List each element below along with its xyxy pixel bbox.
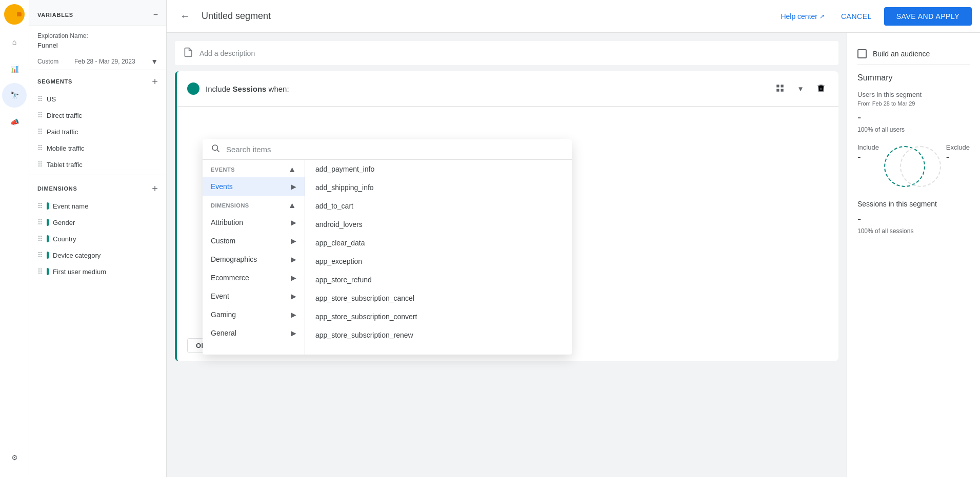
condition-grid-btn[interactable] <box>771 79 789 98</box>
include-label: Include <box>857 143 879 151</box>
modal-content-area: Add a description Include Sessions when:… <box>167 33 847 477</box>
sessions-title: Sessions in this segment <box>857 200 970 208</box>
settings-nav-btn[interactable]: ⚙ <box>2 445 27 470</box>
segment-item-direct-traffic[interactable]: ⠿ Direct traffic <box>29 107 166 123</box>
dropdown-item-attribution[interactable]: Attribution ▶ <box>203 213 305 232</box>
right-item-app-store-subscription-cancel[interactable]: app_store_subscription_cancel <box>305 289 572 307</box>
dimension-label: First user medium <box>53 268 106 276</box>
add-segment-btn[interactable]: + <box>152 76 158 87</box>
sessions-value: - <box>857 212 970 225</box>
drag-icon: ⠿ <box>37 251 43 259</box>
dimension-item-first-user-medium[interactable]: ⠿ First user medium <box>29 263 166 280</box>
drag-icon: ⠿ <box>37 235 43 243</box>
add-dimension-btn[interactable]: + <box>152 183 158 194</box>
drag-icon: ⠿ <box>37 267 43 276</box>
summary-panel: Build an audience Summary Users in this … <box>847 33 980 477</box>
users-value: - <box>857 111 970 124</box>
dropdown-item-ecommerce[interactable]: Ecommerce ▶ <box>203 268 305 287</box>
condition-header: Include Sessions when: ▼ <box>177 71 838 107</box>
right-item-android-lovers[interactable]: android_lovers <box>305 215 572 234</box>
dropdown-item-events[interactable]: Events ▶ <box>203 177 305 196</box>
segment-item-mobile-traffic[interactable]: ⠿ Mobile traffic <box>29 140 166 156</box>
condition-indicator <box>187 82 199 95</box>
minimize-icon[interactable]: − <box>153 10 158 19</box>
home-nav-btn[interactable]: ⌂ <box>2 30 27 54</box>
dimension-label: Device category <box>53 252 101 259</box>
segment-label: Tablet traffic <box>47 161 83 169</box>
events-group-header[interactable]: Events ▲ <box>203 160 305 177</box>
segment-item-us[interactable]: ⠿ US <box>29 91 166 107</box>
summary-viz: Include - Exclude - <box>857 143 970 190</box>
home-icon: ⌂ <box>12 38 16 46</box>
right-item-add-shipping-info[interactable]: add_shipping_info <box>305 178 572 197</box>
dimension-item-gender[interactable]: ⠿ Gender <box>29 214 166 231</box>
right-item-add-payment-info[interactable]: add_payment_info <box>305 160 572 178</box>
svg-rect-2 <box>776 89 779 91</box>
gaming-label: Gaming <box>211 310 236 319</box>
arrow-right-icon: ▶ <box>291 218 296 226</box>
reports-nav-btn[interactable]: 📊 <box>2 56 27 81</box>
demographics-label: Demographics <box>211 255 257 263</box>
segment-item-paid-traffic[interactable]: ⠿ Paid traffic <box>29 123 166 140</box>
description-icon <box>183 47 193 59</box>
summary-title: Summary <box>857 73 970 82</box>
right-item-app-store-refund[interactable]: app_store_refund <box>305 271 572 289</box>
right-item-app-clear-data[interactable]: app_clear_data <box>305 234 572 252</box>
svg-line-5 <box>217 150 219 152</box>
svg-point-4 <box>212 145 218 151</box>
segment-label: US <box>47 95 56 103</box>
search-dropdown: Events ▲ Events ▶ Dimensions ▲ <box>203 139 572 355</box>
segments-title: SEGMENTS <box>37 78 72 85</box>
right-item-app-store-subscription-convert[interactable]: app_store_subscription_convert <box>305 307 572 326</box>
app-logo[interactable] <box>4 4 25 25</box>
condition-delete-btn[interactable] <box>812 79 830 98</box>
dimensions-chevron-up-icon: ▲ <box>288 201 296 210</box>
build-audience-row[interactable]: Build an audience <box>857 43 970 65</box>
right-item-app-exception[interactable]: app_exception <box>305 252 572 271</box>
svg-rect-0 <box>776 85 779 87</box>
dimensions-group-header[interactable]: Dimensions ▲ <box>203 196 305 213</box>
arrow-right-icon: ▶ <box>291 292 296 300</box>
svg-rect-1 <box>781 85 784 87</box>
dimensions-section-header: DIMENSIONS + <box>29 177 166 198</box>
date-range-row[interactable]: Custom Feb 28 - Mar 29, 2023 ▼ <box>29 53 166 70</box>
include-value: - <box>857 151 879 163</box>
dropdown-right-panel: add_payment_info add_shipping_info add_t… <box>305 160 572 355</box>
event-label: Event <box>211 292 229 300</box>
segment-item-tablet-traffic[interactable]: ⠿ Tablet traffic <box>29 156 166 173</box>
segment-label: Direct traffic <box>47 112 82 119</box>
dropdown-item-general[interactable]: General ▶ <box>203 324 305 342</box>
save-apply-button[interactable]: SAVE AND APPLY <box>884 7 972 26</box>
cancel-button[interactable]: CANCEL <box>833 8 880 25</box>
description-bar[interactable]: Add a description <box>175 41 838 65</box>
settings-icon: ⚙ <box>11 453 18 462</box>
drag-icon: ⠿ <box>37 95 43 103</box>
ads-icon: 📣 <box>10 118 19 126</box>
build-audience-checkbox[interactable] <box>857 49 867 58</box>
exploration-info: Exploration Name: Funnel <box>29 26 166 53</box>
dropdown-item-demographics[interactable]: Demographics ▶ <box>203 250 305 268</box>
dropdown-item-gaming[interactable]: Gaming ▶ <box>203 305 305 324</box>
search-items-input[interactable] <box>226 145 564 154</box>
dimension-item-country[interactable]: ⠿ Country <box>29 231 166 247</box>
right-item-app-store-subscription-renew[interactable]: app_store_subscription_renew <box>305 326 572 344</box>
general-label: General <box>211 329 236 337</box>
explore-nav-btn[interactable]: 🔭 <box>2 83 27 108</box>
dropdown-item-event[interactable]: Event ▶ <box>203 287 305 305</box>
exclude-value: - <box>946 151 970 163</box>
condition-dropdown-arrow[interactable]: ▼ <box>791 79 810 98</box>
dropdown-item-custom[interactable]: Custom ▶ <box>203 232 305 250</box>
help-center-link[interactable]: Help center ↗ <box>781 12 825 20</box>
custom-label: Custom <box>211 237 235 245</box>
dimensions-header-label: Dimensions <box>211 202 249 209</box>
right-item-add-to-cart[interactable]: add_to_cart <box>305 197 572 215</box>
condition-actions: ▼ <box>771 79 830 98</box>
dropdown-left-panel: Events ▲ Events ▶ Dimensions ▲ <box>203 160 305 355</box>
dimension-item-event-name[interactable]: ⠿ Event name <box>29 198 166 214</box>
build-audience-label: Build an audience <box>873 50 930 58</box>
back-button[interactable]: ← <box>175 6 195 27</box>
dimensions-title: DIMENSIONS <box>37 185 77 192</box>
advertising-nav-btn[interactable]: 📣 <box>2 110 27 134</box>
dropdown-body: Events ▲ Events ▶ Dimensions ▲ <box>203 160 572 355</box>
dimension-item-device-category[interactable]: ⠿ Device category <box>29 247 166 263</box>
